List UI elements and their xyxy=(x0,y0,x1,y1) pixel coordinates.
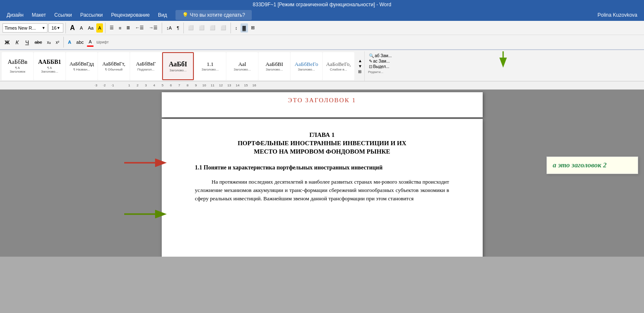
font-size-text: 16 xyxy=(51,25,56,30)
user-name[interactable]: Polina Kuzovkova xyxy=(594,11,641,19)
chapter-line3-text: МЕСТО НА МИРОВОМ ФОНДОВОМ РЫНКЕ xyxy=(254,148,390,155)
divider1 xyxy=(65,23,66,33)
edit-section-label: Редакти... xyxy=(368,70,383,74)
font-color-button[interactable]: A xyxy=(87,38,94,47)
subscript-button[interactable]: x₂ xyxy=(45,38,53,47)
find-replace-button[interactable]: 🔍 аб Зам... xyxy=(368,53,393,58)
styles-more[interactable]: ⊞ xyxy=(357,69,363,74)
ruler-tick: 15 xyxy=(242,83,250,87)
font-size-dropdown-icon[interactable]: ▼ xyxy=(57,26,60,30)
style-preview-11: АаБоВеГо, xyxy=(326,61,351,68)
page1[interactable]: ЭТО ЗАГОЛОВОК 1 xyxy=(162,92,483,117)
ruler-tick: 9 xyxy=(192,83,200,87)
decrease-indent-button[interactable]: ←☰ xyxy=(133,23,146,33)
replace-label: ас Зам... xyxy=(373,59,390,63)
toolbar-row1: Times New R... ▼ 16 ▼ A A Аа A ☰ ≡ ≣ ←☰ … xyxy=(0,21,644,35)
what-do-text: 💡 Что вы хотите сделать? xyxy=(179,11,248,19)
style-weak[interactable]: АаБоВеГо, Слабое в... xyxy=(323,52,354,80)
increase-indent-button[interactable]: →☰ xyxy=(147,23,160,33)
green-arrow-icon xyxy=(124,210,170,218)
style-subtitle[interactable]: АаБбВвГ Подзагол... xyxy=(130,52,162,80)
style-label-7: Заголово... xyxy=(202,68,219,71)
align-left-button[interactable]: ⬜ xyxy=(186,23,196,33)
menu-item-review[interactable]: Рецензирование xyxy=(108,11,153,19)
font-dropdown-icon[interactable]: ▼ xyxy=(42,26,45,30)
menu-item-links[interactable]: Ссылки xyxy=(51,11,75,19)
select-button[interactable]: ⊡ Выдел... xyxy=(368,64,390,69)
annotation-text: а это заголовок 2 xyxy=(553,161,606,169)
style-label-6: Заголово... xyxy=(170,68,187,72)
shading-button[interactable]: ▓ xyxy=(241,23,248,33)
numbered-list-button[interactable]: ≡ xyxy=(117,23,123,33)
chapter-line2-text: ПОРТФЕЛЬНЫЕ ИНОСТРАННЫЕ ИНВЕСТИЦИИ И ИХ xyxy=(238,140,406,146)
style-aabbv[interactable]: ААББВ1 ¶ AЗаголово... xyxy=(34,52,65,80)
what-do-box[interactable]: 💡 Что вы хотите сделать? xyxy=(175,10,252,20)
borders-button[interactable]: ⊞ xyxy=(249,23,257,33)
style-label-1: ¶ AЗаголовок xyxy=(10,66,25,73)
find-label: аб Зам... xyxy=(375,53,392,58)
change-case-button[interactable]: Аа xyxy=(86,23,96,33)
font-shrink-button[interactable]: A xyxy=(78,23,85,33)
ruler-tick: 6 xyxy=(167,83,175,87)
section-heading-text: 1.1 Понятие и характеристика портфельных… xyxy=(195,164,383,171)
style-heading4[interactable]: АаБбВеГо Заголово... xyxy=(291,52,322,80)
ruler: ·3 ·2 ·1 1 2 3 4 5 6 7 8 9 10 11 12 13 1… xyxy=(0,81,644,90)
align-right-button[interactable]: ⬜ xyxy=(208,23,218,33)
ruler-tick: 12 xyxy=(217,83,225,87)
style-title[interactable]: АаБбВвГдд ¶ Назван... xyxy=(66,52,98,80)
menu-item-design[interactable]: Дизайн xyxy=(3,11,27,19)
search-icon: 🔍 xyxy=(369,53,374,58)
styles-scroll-buttons[interactable]: ▲ ▼ ⊞ xyxy=(356,51,364,81)
divider4 xyxy=(183,23,184,33)
styles-scroll-up[interactable]: ▲ xyxy=(357,58,363,63)
style-11[interactable]: 1.1 Заголово... xyxy=(194,52,226,80)
red-arrow-container xyxy=(124,159,170,167)
sort-button[interactable]: ↕A xyxy=(164,23,174,33)
section-heading: 1.1 Понятие и характеристика портфельных… xyxy=(195,164,449,171)
font-size-box[interactable]: 16 ▼ xyxy=(48,23,63,33)
select-icon: ⊡ xyxy=(369,64,372,69)
menu-item-mailings[interactable]: Рассылки xyxy=(77,11,106,19)
highlight-button[interactable]: A xyxy=(96,23,103,33)
chapter-title-line3: МЕСТО НА МИРОВОМ ФОНДОВОМ РЫНКЕ xyxy=(195,148,449,155)
line-spacing-button[interactable]: ↕ xyxy=(233,23,240,33)
style-preview-3: АаБбВвГдд xyxy=(70,61,94,67)
chapter-title-line2: ПОРТФЕЛЬНЫЕ ИНОСТРАННЫЕ ИНВЕСТИЦИИ И ИХ xyxy=(195,140,449,147)
align-center-button[interactable]: ⬜ xyxy=(197,23,207,33)
bold-button[interactable]: Ж xyxy=(3,38,12,47)
style-label-2: ¶ AЗаголово... xyxy=(41,66,58,73)
body-text-content: На протяжении последних десятилетий в на… xyxy=(195,179,449,202)
ruler-tick: ·1 xyxy=(108,83,117,87)
style-preview-5: АаБбВвГ xyxy=(136,61,155,67)
style-heading2[interactable]: Ааl Заголово... xyxy=(226,52,258,80)
style-normal[interactable]: АаБбВвГт, ¶ Обычный xyxy=(98,52,130,80)
ruler-tick: ·2 xyxy=(100,83,108,87)
multilevel-list-button[interactable]: ≣ xyxy=(124,23,132,33)
styles-scroll-down[interactable]: ▼ xyxy=(357,63,363,69)
replace-button[interactable]: ✎ ас Зам... xyxy=(368,58,391,64)
toolbar: Times New R... ▼ 16 ▼ A A Аа A ☰ ≡ ≣ ←☰ … xyxy=(0,21,644,50)
bullet-list-button[interactable]: ☰ xyxy=(108,23,116,33)
green-arrow-container xyxy=(124,210,170,218)
underline-button[interactable]: Ч xyxy=(23,38,32,47)
title-bar: 833D9F~1 [Режим ограниченной функциональ… xyxy=(0,0,644,9)
strikethrough-button[interactable]: abc xyxy=(33,38,44,47)
show-marks-button[interactable]: ¶ xyxy=(175,23,181,33)
italic-button[interactable]: К xyxy=(13,38,22,47)
superscript-button[interactable]: x² xyxy=(54,38,61,47)
font-name-box[interactable]: Times New R... ▼ xyxy=(3,23,48,33)
page2[interactable]: ГЛАВА 1 ПОРТФЕЛЬНЫЕ ИНОСТРАННЫЕ ИНВЕСТИЦ… xyxy=(162,119,483,257)
text-effects-button[interactable]: A xyxy=(66,38,73,47)
style-heading1[interactable]: АаБбI Заголово... xyxy=(162,52,194,80)
menu-item-view[interactable]: Вид xyxy=(155,11,170,19)
style-preview-10: АаБбВеГо xyxy=(295,61,318,68)
font-grow-button[interactable]: A xyxy=(68,23,77,33)
align-justify-button[interactable]: ⬜ xyxy=(218,23,228,33)
highlight-color-button[interactable]: abc xyxy=(74,38,86,47)
ruler-tick: 16 xyxy=(250,83,258,87)
style-heading3[interactable]: АаБбВI Заголово... xyxy=(258,52,290,80)
ruler-tick: 1 xyxy=(125,83,133,87)
ruler-tick: 8 xyxy=(183,83,192,87)
style-zagolovok-normal[interactable]: АаБбВв ¶ AЗаголовок xyxy=(2,52,33,80)
menu-item-layout[interactable]: Макет xyxy=(28,11,49,19)
